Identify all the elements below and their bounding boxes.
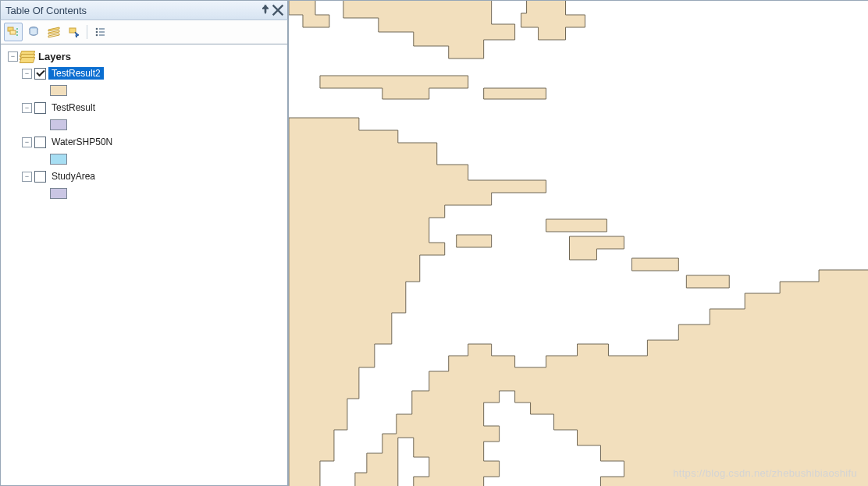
toc-header: Table Of Contents (0, 0, 288, 20)
toc-title: Table Of Contents (5, 5, 259, 16)
list-by-visibility-button[interactable] (44, 23, 63, 41)
close-icon[interactable] (272, 4, 284, 16)
tree-layer-row[interactable]: − TestResult (2, 99, 286, 116)
expander-icon[interactable]: − (8, 51, 18, 62)
options-button[interactable] (91, 23, 109, 41)
layer-label[interactable]: WaterSHP50N (48, 136, 116, 148)
expander-icon[interactable]: − (22, 69, 32, 79)
layer-label[interactable]: StudyArea (48, 170, 98, 183)
polygon-feature[interactable] (457, 235, 492, 247)
layer-visibility-checkbox[interactable] (34, 68, 46, 80)
layer-label[interactable]: TestResult2 (48, 67, 104, 80)
list-by-drawing-order-button[interactable] (4, 23, 23, 41)
polygon-feature[interactable] (484, 88, 546, 99)
svg-point-7 (96, 28, 98, 30)
list-by-source-button[interactable] (24, 23, 43, 41)
list-by-selection-button[interactable] (65, 23, 84, 41)
symbol-swatch[interactable] (50, 119, 67, 130)
toc-panel: Table Of Contents (0, 0, 289, 486)
toolbar-separator (87, 25, 87, 39)
polygon-feature[interactable] (631, 258, 678, 271)
svg-rect-10 (99, 28, 105, 30)
svg-rect-12 (99, 34, 105, 36)
expander-icon[interactable]: − (22, 137, 32, 147)
pin-icon[interactable] (259, 4, 272, 16)
polygon-feature[interactable] (521, 1, 585, 40)
symbol-swatch[interactable] (50, 188, 67, 199)
svg-point-2 (16, 28, 18, 30)
svg-point-4 (16, 34, 18, 36)
polygon-feature[interactable] (289, 1, 329, 27)
tree-root-row[interactable]: − Layers (2, 48, 286, 65)
tree-root-label[interactable]: Layers (35, 50, 74, 63)
svg-rect-1 (10, 30, 16, 34)
polygon-feature[interactable] (570, 236, 624, 260)
expander-icon[interactable]: − (22, 103, 32, 113)
polygon-feature[interactable] (320, 76, 468, 99)
layer-visibility-checkbox[interactable] (34, 102, 46, 114)
tree-layer-row[interactable]: − StudyArea (2, 168, 286, 185)
tree-symbol-row[interactable] (2, 151, 286, 168)
svg-point-8 (96, 31, 98, 34)
tree-layer-row[interactable]: − TestResult2 (2, 65, 286, 82)
polygon-feature[interactable] (343, 1, 515, 59)
layer-visibility-checkbox[interactable] (34, 137, 46, 148)
map-canvas[interactable] (289, 1, 868, 486)
svg-rect-11 (99, 31, 105, 33)
polygon-feature[interactable] (355, 270, 868, 486)
tree-layer-row[interactable]: − WaterSHP50N (2, 133, 286, 151)
svg-point-3 (16, 31, 18, 33)
expander-icon[interactable]: − (22, 172, 32, 182)
symbol-swatch[interactable] (50, 154, 67, 165)
tree-symbol-row[interactable] (2, 185, 286, 202)
map-view[interactable]: https://blog.csdn.net/zhebushibiaoshifu (289, 0, 868, 486)
symbol-swatch[interactable] (50, 85, 67, 96)
toc-toolbar (0, 20, 288, 44)
layer-visibility-checkbox[interactable] (34, 171, 46, 183)
tree-symbol-row[interactable] (2, 116, 286, 133)
app-root: Table Of Contents (0, 0, 868, 486)
polygon-feature[interactable] (686, 275, 729, 288)
svg-point-9 (96, 34, 98, 37)
layers-icon (20, 51, 33, 62)
polygon-feature[interactable] (546, 219, 607, 232)
toc-tree[interactable]: − Layers − TestResult2 − TestResult (0, 44, 288, 486)
tree-symbol-row[interactable] (2, 82, 286, 99)
layer-label[interactable]: TestResult (48, 101, 98, 114)
